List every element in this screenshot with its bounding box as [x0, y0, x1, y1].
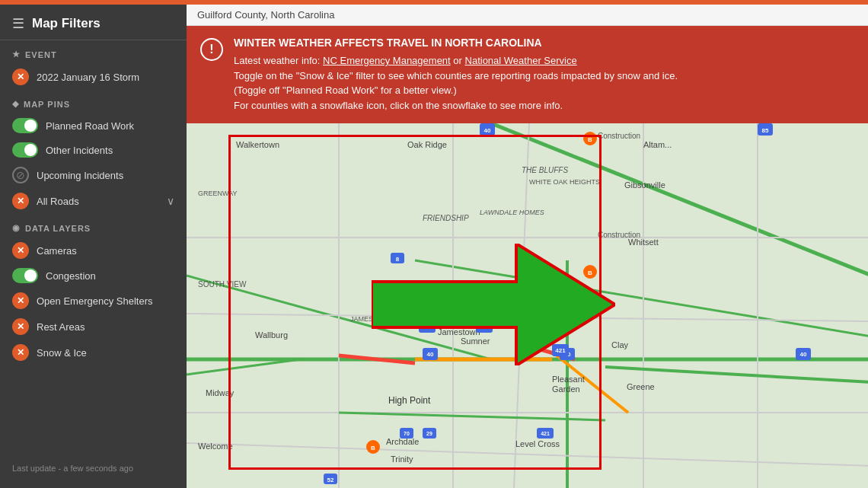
other-incidents-toggle[interactable]: [12, 142, 38, 158]
sidebar-footer: Last update - a few seconds ago: [0, 456, 187, 480]
filter-congestion[interactable]: Congestion: [0, 263, 187, 288]
other-incidents-label: Other Incidents: [46, 145, 174, 156]
svg-text:Altam...: Altam...: [643, 140, 672, 149]
planned-road-work-toggle[interactable]: [12, 118, 38, 133]
alert-body-links: Latest weather info: NC Emergency Manage…: [234, 53, 854, 69]
congestion-label: Congestion: [46, 270, 174, 282]
filter-open-emergency-shelters[interactable]: ✕ Open Emergency Shelters: [0, 288, 187, 314]
svg-text:85: 85: [762, 127, 769, 134]
alert-content: WINTER WEATHER AFFECTS TRAVEL IN NORTH C…: [234, 37, 854, 113]
database-icon: ◉: [12, 223, 21, 233]
congestion-toggle[interactable]: [12, 268, 38, 283]
green-arrow-overlay: [372, 244, 615, 368]
main-layout: ☰ Map Filters ★ EVENT ✕ 2022 January 16 …: [0, 5, 868, 488]
filter-planned-road-work[interactable]: Planned Road Work: [0, 113, 187, 138]
filter-upcoming-incidents[interactable]: ⊘ Upcoming Incidents: [0, 162, 187, 188]
filter-other-incidents[interactable]: Other Incidents: [0, 138, 187, 162]
filter-rest-areas[interactable]: ✕ Rest Areas: [0, 314, 187, 340]
svg-text:Gibsonville: Gibsonville: [624, 180, 665, 190]
cameras-label: Cameras: [37, 245, 174, 257]
emergency-shelters-label: Open Emergency Shelters: [37, 295, 174, 307]
map-area[interactable]: 8 52 B B B 40 40 40: [187, 123, 868, 488]
sidebar-title: Map Filters: [32, 16, 101, 31]
alert-body-line3: (Toggle off "Planned Road Work" for a be…: [234, 83, 854, 98]
filter-snow-ice[interactable]: ✕ Snow & Ice: [0, 340, 187, 365]
right-panel: Guilford County, North Carolina ! WINTER…: [187, 5, 868, 488]
svg-text:40: 40: [484, 127, 491, 134]
all-roads-remove-button[interactable]: ✕: [12, 193, 29, 209]
svg-text:52: 52: [327, 477, 334, 483]
storm-remove-button[interactable]: ✕: [12, 69, 29, 85]
green-arrow-svg: [372, 244, 615, 365]
planned-road-work-label: Planned Road Work: [46, 120, 174, 132]
rest-areas-label: Rest Areas: [37, 321, 174, 333]
storm-label: 2022 January 16 Storm: [37, 72, 139, 83]
data-layers-section-label: ◉ DATA LAYERS: [0, 214, 187, 238]
filter-cameras[interactable]: ✕ Cameras: [0, 238, 187, 263]
svg-text:Construction: Construction: [598, 132, 640, 140]
star-icon: ★: [12, 49, 21, 59]
sidebar-header: ☰ Map Filters: [0, 5, 187, 40]
alert-icon: !: [200, 38, 223, 61]
upcoming-incidents-toggle[interactable]: ⊘: [12, 167, 29, 183]
snow-ice-remove-button[interactable]: ✕: [12, 344, 29, 361]
svg-text:Greene: Greene: [627, 382, 655, 391]
event-section-label: ★ EVENT: [0, 40, 187, 64]
alert-banner: ! WINTER WEATHER AFFECTS TRAVEL IN NORTH…: [187, 26, 868, 123]
pin-icon: ◆: [12, 99, 19, 109]
snow-ice-label: Snow & Ice: [37, 347, 174, 359]
svg-text:40: 40: [800, 351, 807, 358]
upcoming-incidents-label: Upcoming Incidents: [37, 170, 174, 181]
svg-text:Welcome: Welcome: [198, 442, 233, 451]
rest-areas-remove-button[interactable]: ✕: [12, 318, 29, 335]
cameras-remove-button[interactable]: ✕: [12, 242, 29, 259]
emergency-shelters-remove-button[interactable]: ✕: [12, 292, 29, 309]
all-roads-label: All Roads: [37, 196, 159, 207]
svg-text:Whitsett: Whitsett: [628, 238, 659, 247]
location-bar: Guilford County, North Carolina: [187, 5, 868, 26]
filter-all-roads[interactable]: ✕ All Roads ∨: [0, 188, 187, 214]
map-pins-section-label: ◆ MAP PINS: [0, 90, 187, 113]
alert-body-line2: Toggle on the "Snow & Ice" filter to see…: [234, 69, 854, 84]
alert-title: WINTER WEATHER AFFECTS TRAVEL IN NORTH C…: [234, 37, 854, 49]
alert-body-line4: For counties with a snowflake icon, clic…: [234, 98, 854, 113]
national-weather-service-link[interactable]: National Weather Service: [465, 55, 577, 66]
map-canvas: 8 52 B B B 40 40 40: [187, 123, 868, 488]
sliders-icon: ☰: [12, 15, 24, 32]
chevron-down-icon: ∨: [167, 195, 174, 207]
sidebar: ☰ Map Filters ★ EVENT ✕ 2022 January 16 …: [0, 5, 187, 488]
event-item-storm[interactable]: ✕ 2022 January 16 Storm: [0, 64, 187, 90]
nc-emergency-management-link[interactable]: NC Emergency Management: [323, 55, 451, 66]
svg-marker-83: [372, 244, 615, 365]
